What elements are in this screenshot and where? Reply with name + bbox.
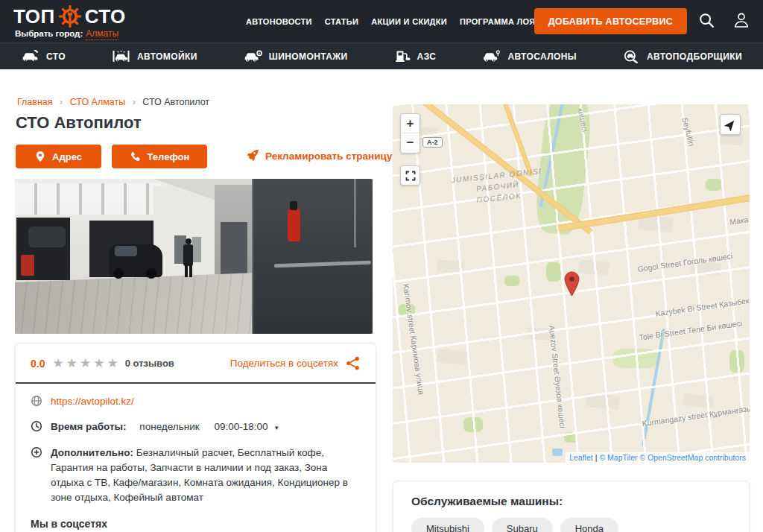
share-button[interactable]: Поделиться в соцсетях bbox=[230, 355, 361, 371]
phone-icon bbox=[130, 151, 141, 162]
photo-windows bbox=[15, 183, 161, 215]
breadcrumb-current: СТО Автопилот bbox=[142, 97, 209, 107]
car-inspect-icon bbox=[623, 50, 640, 63]
category-label: АЗС bbox=[417, 51, 437, 62]
locate-icon bbox=[724, 118, 737, 131]
logo-text-right: СТО bbox=[85, 5, 126, 28]
photo-pavement bbox=[15, 273, 255, 334]
reviews-count: 0 отзывов bbox=[125, 358, 174, 369]
add-service-button[interactable]: ДОБАВИТЬ АВТОСЕРВИС bbox=[534, 8, 687, 34]
breadcrumb-sto-almaty[interactable]: СТО Алматы bbox=[70, 97, 126, 107]
photo-red-cart bbox=[21, 255, 34, 276]
zoom-controls: + − bbox=[400, 113, 420, 153]
breadcrumb-separator: › bbox=[60, 97, 63, 107]
hours-time: 09:00-18:00 bbox=[214, 421, 267, 432]
social-label: Мы в соцсетях bbox=[31, 518, 361, 530]
website-row: https://avtopilot.kz/ bbox=[31, 394, 361, 409]
brand-pill-subaru[interactable]: Subaru bbox=[492, 518, 553, 532]
photo-person bbox=[185, 265, 188, 277]
city-label: Выбрать город: bbox=[15, 29, 83, 38]
share-icon bbox=[345, 355, 361, 371]
fuel-station-icon bbox=[394, 50, 411, 63]
photo-person bbox=[189, 265, 192, 277]
car-wash-icon bbox=[112, 50, 130, 63]
chevron-down-icon[interactable]: ▼ bbox=[273, 425, 279, 431]
share-label: Поделиться в соцсетях bbox=[230, 358, 338, 369]
photo-fire-extinguisher bbox=[288, 209, 300, 241]
photo-person bbox=[186, 238, 191, 244]
plus-circle-icon bbox=[31, 446, 43, 458]
hours-row: Время работы: понедельник 09:00-18:00 ▼ bbox=[31, 419, 361, 434]
photo-car-wheel bbox=[146, 268, 156, 279]
nav-link-articles[interactable]: СТАТЬИ bbox=[325, 17, 358, 26]
hours-content: Время работы: понедельник 09:00-18:00 ▼ bbox=[51, 419, 279, 434]
tire-service-icon bbox=[244, 50, 262, 63]
locate-button[interactable] bbox=[720, 114, 741, 135]
category-dealers[interactable]: АВТОСАЛОНЫ bbox=[482, 50, 577, 63]
hours-day: понедельник bbox=[139, 421, 199, 432]
rating-row: 0.0 ★★★★★ 0 отзывов Поделиться в соцсетя… bbox=[31, 355, 361, 371]
car-service-icon bbox=[21, 50, 39, 63]
category-inspectors[interactable]: АВТОПОДБОРЩИКИ bbox=[623, 50, 742, 63]
page-title: СТО Автопилот bbox=[16, 113, 142, 133]
breadcrumb-home[interactable]: Главная bbox=[17, 97, 53, 107]
leaflet-link[interactable]: Leaflet bbox=[569, 453, 593, 462]
rating-score: 0.0 bbox=[31, 358, 45, 370]
phone-button[interactable]: Телефон bbox=[112, 145, 207, 168]
category-fuel[interactable]: АЗС bbox=[394, 50, 437, 63]
category-label: АВТОМОЙКИ bbox=[137, 51, 197, 62]
city-selector: Выбрать город:Алматы bbox=[15, 28, 118, 39]
header-nav: АВТОНОВОСТИ СТАТЬИ АКЦИИ И СКИДКИ ПРОГРА… bbox=[246, 0, 577, 42]
gear-wrench-logo-icon bbox=[57, 4, 83, 29]
serviced-cars-title: Обслуживаемые машины: bbox=[411, 495, 731, 508]
clock-icon bbox=[31, 419, 43, 432]
rating-stars[interactable]: ★★★★★ bbox=[52, 357, 120, 370]
address-button[interactable]: Адрес bbox=[16, 145, 101, 168]
extra-label: Дополнительно: bbox=[51, 447, 133, 458]
search-icon[interactable] bbox=[698, 12, 715, 29]
category-nav: СТО АВТОМОЙКИ ШИНОМОНТАЖИ bbox=[0, 42, 763, 69]
website-link[interactable]: https://avtopilot.kz/ bbox=[51, 394, 134, 409]
extra-row: Дополнительно: Безналичный расчет, Беспл… bbox=[31, 446, 361, 506]
maptiler-link[interactable]: © MapTiler bbox=[599, 453, 637, 462]
page: ТОП bbox=[0, 0, 763, 532]
nav-link-promos[interactable]: АКЦИИ И СКИДКИ bbox=[371, 17, 447, 26]
photo-person bbox=[183, 244, 193, 266]
attribution-separator: | bbox=[595, 453, 598, 462]
map-attribution: Leaflet|© MapTiler © OpenStreetMap contr… bbox=[566, 452, 750, 463]
brand-pill-honda[interactable]: Honda bbox=[560, 518, 618, 532]
photo-fire-extinguisher-handle bbox=[290, 201, 297, 210]
fullscreen-icon bbox=[405, 171, 416, 181]
brand-pills: Mitsubishi Subaru Honda bbox=[411, 518, 731, 532]
top-header: ТОП bbox=[0, 0, 763, 42]
fullscreen-button[interactable] bbox=[400, 165, 420, 186]
category-label: АВТОПОДБОРЩИКИ bbox=[647, 51, 742, 62]
logo[interactable]: ТОП bbox=[13, 4, 126, 29]
category-tire[interactable]: ШИНОМОНТАЖИ bbox=[244, 50, 348, 63]
zoom-in-button[interactable]: + bbox=[401, 114, 420, 133]
osm-link[interactable]: © OpenStreetMap contributors bbox=[639, 453, 746, 462]
road-badge: A-2 bbox=[422, 137, 443, 148]
address-button-label: Адрес bbox=[52, 151, 82, 162]
photo-car-windshield bbox=[115, 246, 137, 256]
advertise-link-label: Рекламировать страницу bbox=[265, 151, 392, 162]
photo-car-on-lift bbox=[28, 227, 66, 247]
user-icon[interactable] bbox=[732, 10, 751, 30]
nav-link-autonews[interactable]: АВТОНОВОСТИ bbox=[246, 17, 312, 26]
breadcrumb: Главная › СТО Алматы › СТО Автопилот bbox=[17, 97, 209, 107]
logo-text-left: ТОП bbox=[13, 5, 55, 28]
photo-conduit bbox=[354, 179, 356, 247]
rocket-icon bbox=[246, 149, 259, 162]
photo-door bbox=[192, 237, 201, 262]
city-value-link[interactable]: Алматы bbox=[86, 28, 118, 40]
category-carwash[interactable]: АВТОМОЙКИ bbox=[112, 50, 197, 63]
advertise-link[interactable]: Рекламировать страницу bbox=[246, 149, 392, 162]
map[interactable]: A-2 JUMISŞILAR QONISI РАБОЧИЙ ПОСЁЛОК Go… bbox=[393, 104, 750, 463]
hours-label: Время работы: bbox=[51, 421, 127, 432]
category-sto[interactable]: СТО bbox=[21, 50, 66, 63]
brand-pill-mitsubishi[interactable]: Mitsubishi bbox=[411, 518, 484, 532]
map-marker[interactable] bbox=[563, 271, 580, 300]
category-label: АВТОСАЛОНЫ bbox=[507, 51, 577, 62]
zoom-out-button[interactable]: − bbox=[401, 133, 420, 153]
phone-button-label: Телефон bbox=[148, 151, 190, 162]
